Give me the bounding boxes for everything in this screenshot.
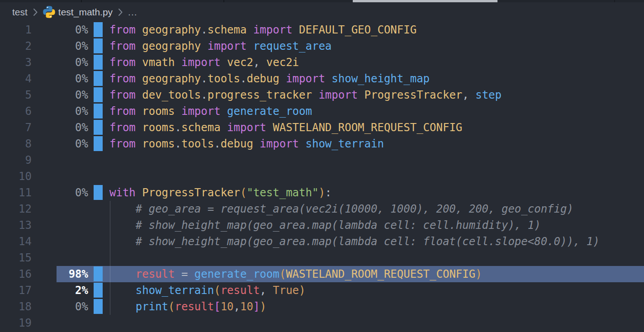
code-token: generate_room — [194, 268, 279, 280]
breadcrumb: test test_math.py ... — [0, 2, 644, 22]
code-token: from — [109, 24, 136, 36]
code-line[interactable]: 40%from geography.tools.debug import sho… — [0, 71, 644, 87]
line-number[interactable]: 13 — [0, 217, 32, 233]
code-token: import — [318, 89, 358, 101]
coverage-percent: 0% — [32, 119, 88, 136]
code-token — [109, 235, 136, 248]
code-content[interactable] — [109, 315, 644, 331]
code-line[interactable]: 20%from geography import request_area — [0, 38, 644, 54]
code-line[interactable]: 50%from dev_tools.progress_tracker impor… — [0, 87, 644, 103]
code-token: result — [221, 284, 260, 297]
code-content[interactable]: from rooms import generate_room — [109, 103, 644, 119]
code-line[interactable]: 110%with ProgressTracker("test_math"): — [0, 185, 644, 201]
code-token: from — [109, 89, 136, 101]
line-number[interactable]: 2 — [0, 38, 32, 54]
code-token: . — [175, 121, 181, 134]
line-number[interactable]: 9 — [0, 152, 32, 168]
coverage-marker — [94, 22, 103, 37]
line-number[interactable]: 5 — [0, 87, 32, 103]
code-token: geography — [142, 40, 201, 52]
code-token: ProgressTracker — [365, 89, 463, 101]
code-token: ( — [168, 300, 175, 313]
code-line[interactable]: 15 — [0, 250, 644, 266]
code-content[interactable] — [109, 152, 644, 168]
code-content[interactable]: result = generate_room(WASTELAND_ROOM_RE… — [109, 266, 644, 282]
code-token — [221, 56, 227, 69]
gutter-marker-cell — [88, 233, 109, 250]
code-line[interactable]: 80%from rooms.tools.debug import show_te… — [0, 136, 644, 152]
code-token: import — [227, 121, 266, 134]
line-number[interactable]: 6 — [0, 103, 32, 119]
code-content[interactable]: # show_height_map(geo_area.map(lambda ce… — [109, 233, 644, 250]
code-content[interactable]: from rooms.schema import WASTELAND_ROOM_… — [109, 119, 644, 136]
code-line[interactable]: 180% print(result[10,10]) — [0, 299, 644, 315]
code-line[interactable]: 13 # show_height_map(geo_area.map(lambda… — [0, 217, 644, 233]
code-content[interactable]: show_terrain(result, True) — [109, 282, 644, 299]
coverage-percent: 0% — [32, 71, 88, 87]
chevron-right-icon — [32, 7, 38, 17]
code-line[interactable]: 1698% result = generate_room(WASTELAND_R… — [0, 266, 644, 282]
code-token: import — [253, 24, 293, 36]
code-token: generate_room — [227, 105, 312, 118]
code-token: "test_math" — [246, 186, 318, 199]
line-number[interactable]: 7 — [0, 119, 32, 136]
line-number[interactable]: 3 — [0, 54, 32, 71]
code-token: show_terrain — [306, 138, 384, 150]
code-content[interactable]: from dev_tools.progress_tracker import P… — [109, 87, 644, 103]
line-number[interactable]: 11 — [0, 185, 32, 201]
line-number[interactable]: 15 — [0, 250, 32, 266]
gutter-marker-cell — [88, 185, 109, 201]
coverage-marker — [94, 87, 103, 102]
code-content[interactable] — [109, 168, 644, 185]
code-token: import — [181, 105, 221, 118]
code-line[interactable]: 70%from rooms.schema import WASTELAND_RO… — [0, 119, 644, 136]
code-token — [201, 40, 207, 52]
code-line[interactable]: 60%from rooms import generate_room — [0, 103, 644, 119]
line-number[interactable]: 17 — [0, 282, 32, 299]
code-token: schema — [181, 121, 221, 134]
line-number[interactable]: 12 — [0, 201, 32, 217]
code-line[interactable]: 9 — [0, 152, 644, 168]
code-token — [299, 138, 305, 150]
code-content[interactable] — [109, 250, 644, 266]
code-area: 10%from geography.schema import DEFAULT_… — [0, 22, 644, 331]
breadcrumb-folder[interactable]: test — [12, 7, 28, 18]
code-content[interactable]: # show_height_map(geo_area.map(lambda ce… — [109, 217, 644, 233]
code-line[interactable]: 30%from vmath import vec2, vec2i — [0, 54, 644, 71]
code-content[interactable]: # geo_area = request_area(vec2i(10000, 1… — [109, 201, 644, 217]
code-content[interactable]: from geography.schema import DEFAULT_GEO… — [109, 22, 644, 38]
editor-window: test test_math.py ... 10%from geography.… — [0, 0, 644, 332]
code-content[interactable]: print(result[10,10]) — [109, 299, 644, 315]
code-token: WASTELAND_ROOM_REQUEST_CONFIG — [286, 268, 475, 280]
coverage-percent: 0% — [32, 87, 88, 103]
code-line[interactable]: 10%from geography.schema import DEFAULT_… — [0, 22, 644, 38]
code-token: tools — [208, 72, 240, 85]
code-line[interactable]: 12 # geo_area = request_area(vec2i(10000… — [0, 201, 644, 217]
code-token: from — [109, 121, 136, 134]
code-content[interactable]: from vmath import vec2, vec2i — [109, 54, 644, 71]
line-number[interactable]: 1 — [0, 22, 32, 38]
line-number[interactable]: 10 — [0, 168, 32, 185]
gutter-marker-cell — [88, 217, 109, 233]
code-token: WASTELAND_ROOM_REQUEST_CONFIG — [273, 121, 462, 134]
line-number[interactable]: 4 — [0, 71, 32, 87]
line-number[interactable]: 16 — [0, 266, 32, 282]
gutter-marker-cell — [88, 299, 109, 315]
code-line[interactable]: 10 — [0, 168, 644, 185]
line-number[interactable]: 8 — [0, 136, 32, 152]
code-content[interactable]: from geography import request_area — [109, 38, 644, 54]
breadcrumb-symbol-ellipsis[interactable]: ... — [128, 7, 137, 18]
code-token: . — [214, 138, 220, 150]
line-number[interactable]: 18 — [0, 299, 32, 315]
code-line[interactable]: 19 — [0, 315, 644, 331]
code-content[interactable]: with ProgressTracker("test_math"): — [109, 185, 644, 201]
line-number[interactable]: 14 — [0, 233, 32, 250]
code-content[interactable]: from geography.tools.debug import show_h… — [109, 71, 644, 87]
code-content[interactable]: from rooms.tools.debug import show_terra… — [109, 136, 644, 152]
breadcrumb-filename[interactable]: test_math.py — [58, 7, 113, 18]
code-token: ( — [214, 284, 220, 297]
code-line[interactable]: 172% show_terrain(result, True) — [0, 282, 644, 299]
code-line[interactable]: 14 # show_height_map(geo_area.map(lambda… — [0, 233, 644, 250]
line-number[interactable]: 19 — [0, 315, 32, 331]
code-token: , — [253, 56, 260, 69]
